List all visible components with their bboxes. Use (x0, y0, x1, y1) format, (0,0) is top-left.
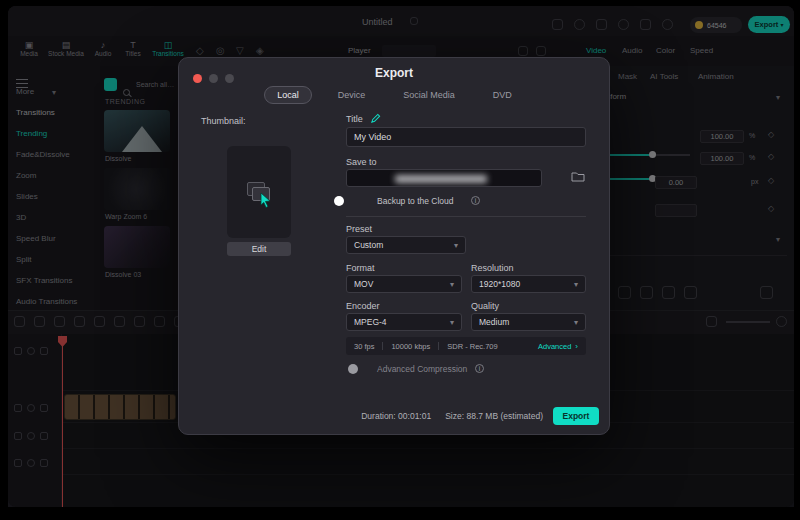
fps-info: 30 fps (354, 342, 374, 351)
chevron-down-icon: ▾ (450, 280, 454, 289)
export-confirm-label: Export (563, 411, 590, 421)
export-confirm-button[interactable]: Export (553, 407, 599, 425)
export-thumbnail (227, 146, 291, 238)
format-label: Format (346, 263, 375, 273)
tab-local[interactable]: Local (264, 86, 312, 104)
edit-label: Edit (252, 244, 267, 254)
colorspace-info: SDR - Rec.709 (447, 342, 497, 351)
chevron-down-icon: ▾ (454, 241, 458, 250)
edit-thumbnail-button[interactable]: Edit (227, 242, 291, 256)
chevron-right-icon: › (575, 342, 578, 351)
tab-dvd[interactable]: DVD (481, 87, 524, 103)
advanced-compression-label: Advanced Compression (377, 364, 467, 374)
title-label: Title (346, 114, 363, 124)
duration-label: Duration: (361, 411, 396, 421)
section-divider (346, 216, 586, 217)
save-path-field[interactable] (346, 169, 542, 187)
app-screenshot: Untitled 64546 Export ▾ ▣ Media ▤ Stock … (0, 0, 800, 520)
folder-icon[interactable] (571, 171, 585, 183)
preset-value: Custom (354, 240, 383, 250)
cursor-arrow-icon (259, 192, 273, 208)
resolution-select[interactable]: 1920*1080 ▾ (471, 275, 586, 293)
preset-label: Preset (346, 224, 372, 234)
title-input[interactable] (346, 127, 586, 147)
format-select[interactable]: MOV ▾ (346, 275, 462, 293)
export-dialog: Export Local Device Social Media DVD Thu… (178, 57, 610, 435)
size-label: Size: (445, 411, 464, 421)
export-summary: Duration: 00:01:01 Size: 88.7 MB (estima… (361, 411, 543, 421)
preset-select[interactable]: Custom ▾ (346, 236, 466, 254)
divider (382, 342, 383, 350)
compression-info-icon[interactable]: i (475, 364, 484, 373)
advanced-link[interactable]: Advanced (538, 342, 571, 351)
encoder-label: Encoder (346, 301, 380, 311)
quality-label: Quality (471, 301, 499, 311)
quality-value: Medium (479, 317, 509, 327)
format-value: MOV (354, 279, 373, 289)
chevron-down-icon: ▾ (574, 280, 578, 289)
chevron-down-icon: ▾ (574, 318, 578, 327)
backup-cloud-label: Backup to the Cloud (377, 196, 454, 206)
export-tabs: Local Device Social Media DVD (179, 86, 609, 104)
bitrate-info: 10000 kbps (391, 342, 430, 351)
backup-info-icon[interactable]: i (471, 196, 480, 205)
redacted-path (395, 175, 487, 183)
save-to-label: Save to (346, 157, 377, 167)
resolution-label: Resolution (471, 263, 514, 273)
resolution-value: 1920*1080 (479, 279, 520, 289)
tab-social-media[interactable]: Social Media (391, 87, 467, 103)
duration-value: 00:01:01 (398, 411, 431, 421)
tab-device[interactable]: Device (326, 87, 378, 103)
export-info-bar: 30 fps 10000 kbps SDR - Rec.709 Advanced… (346, 337, 586, 355)
rename-pencil-icon[interactable] (370, 113, 381, 124)
encoder-value: MPEG-4 (354, 317, 387, 327)
quality-select[interactable]: Medium ▾ (471, 313, 586, 331)
encoder-select[interactable]: MPEG-4 ▾ (346, 313, 462, 331)
dialog-title: Export (179, 66, 609, 80)
thumbnail-label: Thumbnail: (201, 116, 246, 126)
chevron-down-icon: ▾ (450, 318, 454, 327)
divider (438, 342, 439, 350)
size-value: 88.7 MB (estimated) (466, 411, 543, 421)
